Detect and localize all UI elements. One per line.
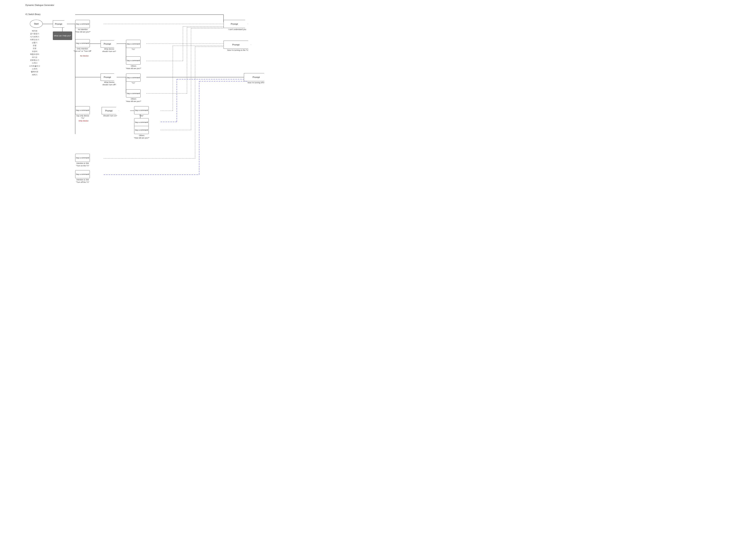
say-intent-slot-on-label: Say a command (76, 157, 89, 159)
prompt-should-turnon-label: Prompt (105, 110, 112, 112)
prompt-right2-label: Prompt (232, 43, 239, 46)
say-others-on1-sublabel: Others"How old are you?" (124, 65, 143, 70)
device-list: 에어컨공기청정기식기세척기의류건조기선풍기조명오븐프린터복합프린터라디오로봇청소… (24, 30, 45, 76)
prompt-turning-on-tv: Prompt (224, 40, 251, 49)
prompt-turnoff-label: Prompt (104, 76, 111, 78)
say-intent-slot-off-sublabel: Intention & Slot"Turn off the TV" (72, 179, 93, 184)
start-label: Start (34, 23, 39, 25)
prompt-turning-off-tv: Prompt (244, 73, 264, 81)
prompt-node-1: Prompt (53, 20, 67, 28)
prompt-right3-sublabel: Now I'm turning off the TV (244, 82, 264, 84)
say-no-intent-label: Say a command (76, 23, 89, 25)
say-tv-off1-node: Say a command (126, 74, 141, 82)
prompt-right1-sublabel: I can't understand you (224, 29, 250, 31)
say-tv-off1-label: Say a command (127, 77, 140, 79)
prompt-cant-understand: Prompt (224, 20, 248, 28)
say-only-device-node: Say a command (75, 106, 90, 115)
say-intent-slot-off-node: Say a command (75, 170, 90, 178)
say-yes-label: Say a command (135, 109, 148, 111)
prompt-right1-label: Prompt (231, 23, 238, 25)
prompt-turnon-device: Prompt (101, 40, 117, 47)
say-intent-slot-on-sublabel: Intention & Slot"Turn on the TV" (72, 162, 93, 167)
no-device-label: No Device (78, 55, 90, 57)
prompt-turnoff-sublabel: What Deviceshould I turn off? (99, 81, 120, 86)
say-others-confirm-sublabel: Others"How old are you?" (133, 134, 151, 139)
prompt-turnon-label: Prompt (104, 43, 111, 45)
dark-help-label: What can I help you? (54, 35, 71, 37)
start-node: Start (30, 20, 43, 28)
prompt-right2-sublabel: Now I'm turning on the TV (224, 49, 252, 51)
say-others-on1-node: Say a command (126, 56, 141, 65)
dark-help-node: What can I help you? (53, 32, 72, 40)
say-tv-off1-sublabel: "TV" (128, 82, 139, 85)
prompt-should-turnon: Prompt (102, 107, 119, 115)
say-no-node: Say a command (134, 118, 149, 126)
say-yes-sublabel: "Yes" (136, 115, 147, 117)
prompt-right3-label: Prompt (253, 76, 260, 78)
say-others-confirm-node: Say a command (134, 126, 149, 134)
say-intent-slot-on-node: Say a command (75, 154, 90, 162)
only-device-label: Only Device (77, 120, 90, 122)
prompt1-label: Prompt (55, 23, 62, 25)
say-others-off1-sublabel: Others"How old are you?" (124, 98, 143, 103)
say-only-device-sublabel: Say only device"TV" (73, 115, 92, 119)
section-label: #1 Switch Binary (25, 13, 41, 16)
say-tv-on1-sublabel: "TV" (128, 48, 139, 51)
say-tv-on1-node: Say a command (126, 40, 141, 48)
say-no-label: Say a command (135, 121, 148, 123)
say-others-off1-node: Say a command (126, 89, 141, 98)
say-yes-node: Say a command (134, 106, 149, 115)
prompt-turnon-sublabel: What deviceshould I turn on? (99, 48, 119, 52)
app-title: Dynamic Dialogue Generator (25, 4, 54, 7)
page: Dynamic Dialogue Generator #1 Switch Bin… (0, 0, 264, 193)
say-others-confirm-label: Say a command (135, 129, 148, 131)
prompt-turnoff-device: Prompt (101, 74, 117, 81)
say-only-intent-label: Say a command (76, 42, 89, 44)
say-others-off1-label: Say a command (127, 92, 140, 95)
prompt-should-turnon-sublabel: Should I turn on? (101, 115, 119, 117)
say-no-intent-sublabel: No intention"How old are you?" (73, 29, 92, 33)
say-no-intent-node: Say a command (75, 20, 90, 28)
say-only-device-label: Say a command (76, 109, 89, 111)
say-only-intent-node: Say a command (75, 39, 90, 47)
say-tv-on1-label: Say a command (127, 43, 140, 45)
say-others-on1-label: Say a command (127, 59, 140, 61)
say-only-intent-sublabel: Only Intention"Turn on" or "Turn Off" (71, 48, 94, 52)
say-intent-slot-off-label: Say a command (76, 173, 89, 175)
